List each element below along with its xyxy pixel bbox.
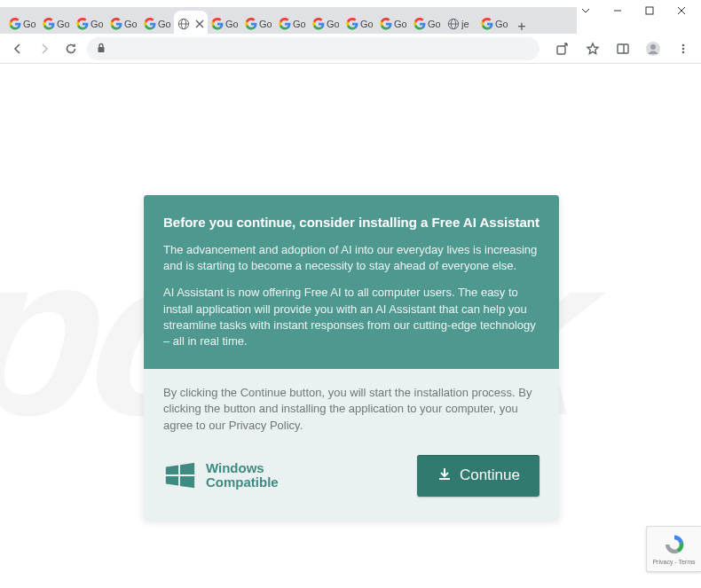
address-bar[interactable] — [87, 37, 540, 60]
google-favicon-icon — [279, 18, 291, 30]
google-favicon-icon — [211, 18, 224, 30]
tab-strip: Go Go Go Go Go Go Go Go — [0, 7, 577, 37]
google-favicon-icon — [245, 18, 257, 30]
popup-disclaimer-region: By clicking the Continue button, you wil… — [144, 369, 559, 455]
popup-heading: Before you continue, consider installing… — [163, 215, 540, 230]
tab-label: Go — [327, 19, 339, 29]
google-favicon-icon — [414, 18, 426, 30]
page-content: pcrisk Before you continue, consider ins… — [0, 64, 701, 588]
google-favicon-icon — [144, 18, 156, 30]
globe-favicon-icon — [447, 18, 460, 30]
tab-label: Go — [158, 19, 170, 29]
menu-kebab-icon[interactable] — [673, 38, 694, 59]
tab-label: Go — [23, 19, 35, 29]
popup-paragraph-1: The advancement and adoption of AI into … — [163, 242, 540, 274]
tab-label: Go — [225, 19, 238, 29]
download-icon — [437, 466, 453, 486]
tab-label: je — [461, 19, 469, 29]
tab-label: Go — [495, 19, 508, 29]
forward-button[interactable] — [34, 38, 55, 59]
google-favicon-icon — [481, 18, 493, 30]
share-icon[interactable] — [552, 38, 573, 59]
compat-line2: Compatible — [206, 475, 279, 490]
svg-point-17 — [650, 44, 656, 50]
svg-point-20 — [682, 51, 685, 53]
tab-label: Go — [360, 19, 373, 29]
windows-compatible-text: Windows Compatible — [206, 461, 279, 490]
svg-point-19 — [682, 47, 685, 50]
lock-icon — [96, 41, 106, 57]
popup-footer: Windows Compatible Continue — [144, 455, 559, 520]
back-button[interactable] — [7, 38, 28, 59]
globe-favicon-icon — [177, 18, 190, 30]
svg-rect-13 — [557, 46, 565, 54]
browser-toolbar — [0, 34, 701, 64]
svg-rect-12 — [98, 47, 105, 52]
windows-logo-icon — [163, 459, 197, 492]
popup-disclaimer: By clicking the Continue button, you wil… — [163, 385, 540, 434]
tab-label: Go — [394, 19, 406, 29]
google-favicon-icon — [76, 18, 89, 30]
tab-label: Go — [293, 19, 305, 29]
tab-label: Go — [91, 19, 103, 29]
recaptcha-badge[interactable]: Privacy - Terms — [646, 526, 701, 572]
svg-rect-14 — [618, 44, 628, 53]
continue-button-label: Continue — [460, 466, 520, 484]
window-minimize-button[interactable] — [602, 0, 634, 21]
continue-button[interactable]: Continue — [417, 455, 540, 497]
compat-line1: Windows — [206, 461, 279, 476]
tab-label: Go — [57, 19, 69, 29]
google-favicon-icon — [380, 18, 392, 30]
recaptcha-icon — [663, 533, 686, 557]
google-favicon-icon — [312, 18, 325, 30]
popup-header-region: Before you continue, consider installing… — [144, 195, 559, 369]
profile-avatar-icon[interactable] — [642, 38, 664, 59]
google-favicon-icon — [110, 18, 122, 30]
browser-tab[interactable] — [174, 11, 208, 37]
window-maximize-button[interactable] — [634, 0, 666, 21]
tab-label: Go — [259, 19, 272, 29]
google-favicon-icon — [9, 18, 21, 30]
windows-compatible-badge: Windows Compatible — [163, 459, 279, 492]
google-favicon-icon — [346, 18, 358, 30]
recaptcha-privacy-terms: Privacy - Terms — [652, 559, 695, 565]
popup-paragraph-2: AI Assistant is now offering Free AI to … — [163, 285, 540, 349]
google-favicon-icon — [43, 18, 55, 30]
tab-label: Go — [428, 19, 440, 29]
svg-point-18 — [682, 43, 685, 46]
bookmark-star-icon[interactable] — [582, 38, 603, 59]
install-popup: Before you continue, consider installing… — [144, 195, 559, 520]
svg-rect-1 — [646, 7, 653, 14]
reload-button[interactable] — [60, 38, 82, 59]
side-panel-icon[interactable] — [612, 38, 634, 59]
tab-label: Go — [124, 19, 137, 29]
window-close-button[interactable] — [666, 0, 697, 21]
tab-close-icon[interactable] — [195, 20, 204, 28]
